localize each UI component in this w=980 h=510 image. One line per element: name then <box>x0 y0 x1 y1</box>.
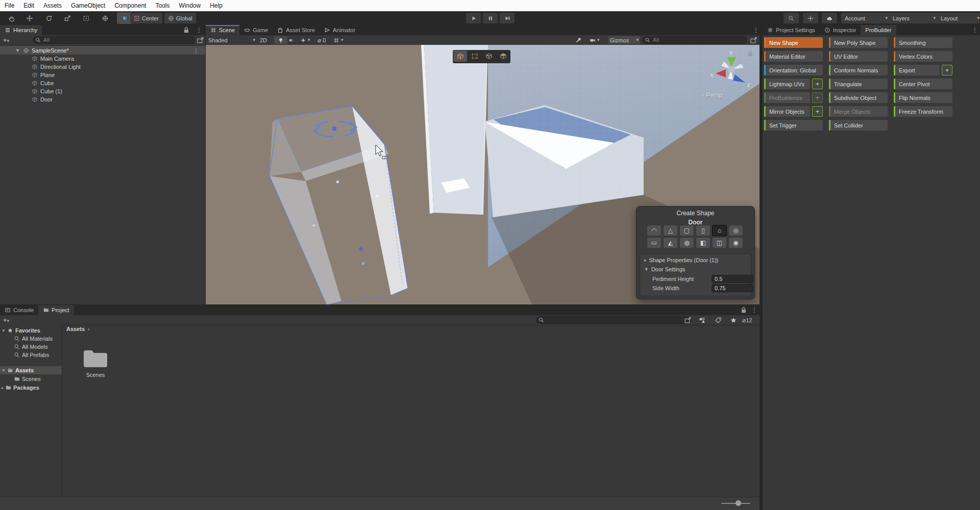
kebab-menu-icon[interactable]: ⋮ <box>196 27 203 34</box>
scale-tool-button[interactable] <box>60 12 75 24</box>
pb-button-conform-normals[interactable]: Conform Normals <box>829 65 888 75</box>
maximize-icon[interactable] <box>684 317 691 324</box>
pivot-mode-button[interactable]: Center <box>130 13 162 23</box>
menu-edit[interactable]: Edit <box>19 0 39 11</box>
kebab-menu-icon[interactable]: ⋮ <box>193 47 199 54</box>
side-width-field[interactable]: 0.75 <box>712 284 753 292</box>
hierarchy-item-door[interactable]: Door <box>0 95 205 104</box>
rect-tool-button[interactable] <box>79 12 93 24</box>
tree-item-scenes[interactable]: Scenes <box>0 375 62 383</box>
pb-button-merge-objects[interactable]: Merge Objects <box>829 106 888 117</box>
menu-gameobject[interactable]: GameObject <box>66 0 110 11</box>
projection-mode-toggle[interactable]: ‹ Persp <box>702 92 722 99</box>
scene-camera-dropdown[interactable]: ▾ <box>590 36 600 44</box>
lock-icon[interactable] <box>740 307 747 314</box>
scene-viewport[interactable]: y x z ‹ Persp Create Shape Door ◠△▢▯⌂◎▭◭… <box>206 45 760 305</box>
favorite-item-all-models[interactable]: All Models <box>0 343 62 351</box>
pediment-height-field[interactable]: 0.5 <box>712 275 753 283</box>
tab-animator[interactable]: Animator <box>320 25 360 35</box>
lock-icon[interactable] <box>183 27 190 34</box>
scene-search-input[interactable] <box>642 36 747 44</box>
cloud-button[interactable] <box>822 13 837 23</box>
project-search-input[interactable] <box>536 316 691 324</box>
pb-button-subdivide-object[interactable]: Subdivide Object <box>829 92 888 103</box>
pb-plus-button[interactable]: + <box>812 79 823 89</box>
unity-services-button[interactable] <box>803 13 818 23</box>
menu-tools[interactable]: Tools <box>151 0 174 11</box>
shape-arch-button[interactable]: ◠ <box>647 225 661 236</box>
layers-dropdown[interactable]: Layers▾ <box>889 13 939 23</box>
pb-button-smoothing[interactable]: Smoothing <box>894 37 952 48</box>
edge-mode-button[interactable] <box>482 50 496 62</box>
lighting-toggle[interactable] <box>274 36 287 44</box>
menu-assets[interactable]: Assets <box>39 0 66 11</box>
hidden-packages-toggle[interactable]: ⌀12 <box>742 317 752 324</box>
kebab-menu-icon[interactable]: ⋮ <box>751 307 758 314</box>
face-mode-button[interactable] <box>496 50 510 62</box>
breadcrumb[interactable]: Assets › <box>66 326 90 332</box>
foldout-open-icon[interactable]: ▼ <box>15 48 20 53</box>
account-dropdown[interactable]: Account▾ <box>841 13 891 23</box>
pb-button-flip-normals[interactable]: Flip Normals <box>894 92 952 103</box>
pb-button-new-shape[interactable]: New Shape <box>764 37 823 48</box>
search-toolbar-button[interactable] <box>783 13 799 23</box>
hierarchy-item-plane[interactable]: Plane <box>0 71 205 79</box>
gizmos-dropdown[interactable]: Gizmos▾ <box>608 36 640 44</box>
menu-file[interactable]: File <box>0 0 19 11</box>
breadcrumb-assets[interactable]: Assets <box>66 326 85 332</box>
pb-button-set-trigger[interactable]: Set Trigger <box>764 120 823 131</box>
tab-inspector[interactable]: Inspector <box>820 25 861 35</box>
shape-properties-foldout[interactable]: ▸ Shape Properties (Door (1)) <box>644 257 718 263</box>
favorites-root[interactable]: ▼ Favorites <box>0 326 62 335</box>
tab-console[interactable]: Console <box>0 305 38 315</box>
tab-hierarchy[interactable]: Hierarchy <box>0 25 42 35</box>
grid-visibility-dropdown[interactable]: ▾ <box>333 36 344 44</box>
pb-button-material-editor[interactable]: Material Editor <box>764 51 823 62</box>
add-object-button[interactable]: +▾ <box>3 36 9 44</box>
favorite-item-all-materials[interactable]: All Materials <box>0 335 62 343</box>
transform-tool-button[interactable] <box>97 12 112 24</box>
pb-button-export[interactable]: Export <box>894 65 940 75</box>
hierarchy-item-cube-1-[interactable]: Cube (1) <box>0 87 205 95</box>
object-mode-button[interactable] <box>453 50 467 62</box>
shape-sphere-button[interactable]: ◍ <box>680 238 694 248</box>
pb-button-uv-editor[interactable]: UV Editor <box>829 51 888 62</box>
shape-plane-button[interactable]: ▭ <box>647 238 661 248</box>
maximize-icon[interactable] <box>750 37 757 44</box>
hand-tool-button[interactable] <box>4 12 19 24</box>
search-by-label-icon[interactable] <box>715 317 722 324</box>
shape-cylinder-button[interactable]: ▯ <box>696 225 710 236</box>
tab-project-settings[interactable]: Project Settings <box>763 25 820 35</box>
shape-prism-button[interactable]: ◭ <box>664 238 677 248</box>
pb-plus-button[interactable]: + <box>942 65 952 75</box>
scenes-folder-item[interactable]: Scenes <box>72 348 118 378</box>
pb-button-center-pivot[interactable]: Center Pivot <box>894 79 952 89</box>
2d-toggle[interactable]: 2D <box>260 36 267 44</box>
pause-button[interactable] <box>483 13 498 23</box>
shape-stairs-button[interactable]: ◫ <box>713 238 726 248</box>
hierarchy-item-directional-light[interactable]: Directional Light <box>0 63 205 71</box>
favorite-item-all-prefabs[interactable]: All Prefabs <box>0 351 62 359</box>
hierarchy-search-input[interactable] <box>33 36 195 44</box>
kebab-menu-icon[interactable]: ⋮ <box>972 27 979 34</box>
pb-button-freeze-transform[interactable]: Freeze Transform <box>894 106 952 117</box>
layout-dropdown[interactable]: Layout▾ <box>937 13 980 23</box>
tab-asset-store[interactable]: Asset Store <box>273 25 320 35</box>
audio-toggle[interactable] <box>288 36 294 44</box>
divider[interactable] <box>760 25 763 510</box>
divider[interactable] <box>205 25 206 305</box>
menu-window[interactable]: Window <box>174 0 205 11</box>
tree-item-packages[interactable]: ▸ Packages <box>0 384 62 392</box>
step-button[interactable] <box>500 13 514 23</box>
lock-icon[interactable] <box>747 50 754 57</box>
menu-help[interactable]: Help <box>205 0 227 11</box>
favorites-icon[interactable] <box>730 317 737 324</box>
tab-probuilder[interactable]: ProBuilder <box>861 25 896 35</box>
hidden-objects-toggle[interactable]: ⌀ 0 <box>317 36 326 44</box>
play-button[interactable] <box>466 13 481 23</box>
slider-knob[interactable] <box>736 500 741 506</box>
pb-button-lightmap-uvs[interactable]: Lightmap UVs <box>764 79 810 89</box>
probuilder-tool-button[interactable] <box>117 12 132 24</box>
pb-button-orientation-global[interactable]: Orientation: Global <box>764 65 823 75</box>
shape-torus-button[interactable]: ◉ <box>729 238 743 248</box>
